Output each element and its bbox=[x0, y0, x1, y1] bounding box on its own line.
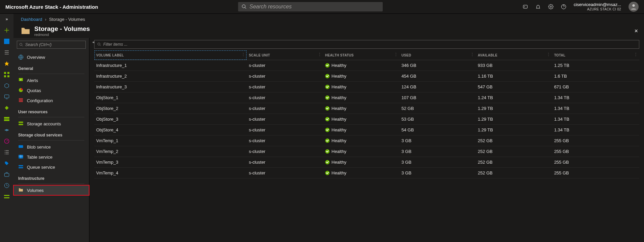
cell-volume-label: VmTemp_3 bbox=[94, 157, 247, 168]
table-service-icon bbox=[18, 154, 27, 160]
column-header-health[interactable]: HEALTH STATUS↑↓ bbox=[323, 50, 400, 60]
volumes-table: VOLUME LABEL↑↓ SCALE UNIT↑↓ HEALTH STATU… bbox=[94, 50, 639, 178]
svg-marker-13 bbox=[4, 61, 9, 66]
avatar[interactable] bbox=[629, 2, 639, 12]
search-icon bbox=[19, 43, 23, 47]
account-email: ciserviceadmin@msaz... bbox=[574, 2, 621, 7]
table-row[interactable]: ObjStore_1 s-cluster Healthy 107 GB 1.24… bbox=[94, 92, 639, 103]
collapse-chevrons-icon[interactable]: « bbox=[92, 40, 94, 44]
rail-apps-icon[interactable] bbox=[3, 71, 10, 78]
table-row[interactable]: ObjStore_4 s-cluster Healthy 54 GB 1.29 … bbox=[94, 125, 639, 135]
account-tenant: AZURE STACK CI 02 bbox=[574, 7, 621, 11]
account-menu[interactable]: ciserviceadmin@msaz... AZURE STACK CI 02 bbox=[574, 2, 621, 11]
blob-service-icon bbox=[18, 144, 27, 150]
healthy-icon bbox=[325, 63, 330, 68]
nav-search-input[interactable]: Search (Ctrl+/) bbox=[17, 41, 86, 49]
nav-group-label: General bbox=[13, 62, 89, 72]
svg-line-27 bbox=[7, 140, 8, 141]
cloud-shell-icon[interactable] bbox=[523, 4, 528, 9]
rail-meter-icon[interactable] bbox=[3, 138, 10, 145]
search-icon bbox=[97, 42, 101, 46]
notifications-icon[interactable] bbox=[535, 4, 541, 9]
svg-rect-48 bbox=[18, 145, 23, 148]
rail-diamond-icon[interactable] bbox=[3, 105, 10, 111]
rail-list-icon[interactable] bbox=[3, 49, 10, 56]
table-row[interactable]: VmTemp_2 s-cluster Healthy 3 GB 252 GB 2… bbox=[94, 146, 639, 157]
table-row[interactable]: ObjStore_3 s-cluster Healthy 53 GB 1.29 … bbox=[94, 114, 639, 125]
svg-point-6 bbox=[632, 4, 635, 7]
column-header-volume-label[interactable]: VOLUME LABEL↑↓ bbox=[94, 50, 247, 60]
cell-volume-label: ObjStore_1 bbox=[94, 92, 247, 103]
healthy-icon bbox=[325, 74, 330, 78]
healthy-icon bbox=[325, 171, 330, 175]
blade-title: Storage - Volumes bbox=[34, 25, 90, 33]
cell-total: 671 GB bbox=[552, 82, 639, 92]
rail-monitor-icon[interactable] bbox=[3, 93, 10, 100]
svg-line-39 bbox=[22, 45, 23, 46]
column-header-total[interactable]: TOTAL↑↓ bbox=[552, 50, 639, 60]
rail-dashboard-icon[interactable] bbox=[3, 38, 10, 45]
svg-rect-46 bbox=[18, 121, 23, 123]
svg-rect-52 bbox=[18, 165, 23, 166]
cell-health: Healthy bbox=[323, 135, 400, 146]
rail-list2-icon[interactable] bbox=[3, 149, 10, 156]
svg-point-38 bbox=[20, 43, 22, 46]
nav-item-volumes[interactable]: Volumes bbox=[13, 185, 89, 195]
column-header-scale-unit[interactable]: SCALE UNIT↑↓ bbox=[247, 50, 323, 60]
column-header-used[interactable]: USED↑↓ bbox=[400, 50, 476, 60]
nav-item-storage-accounts[interactable]: Storage accounts bbox=[13, 119, 89, 129]
rail-network-icon[interactable] bbox=[3, 127, 10, 133]
close-button[interactable]: × bbox=[634, 28, 641, 35]
table-row[interactable]: ObjStore_2 s-cluster Healthy 52 GB 1.29 … bbox=[94, 103, 639, 114]
cell-health: Healthy bbox=[323, 92, 400, 103]
rail-star-icon[interactable] bbox=[3, 60, 10, 67]
nav-item-configuration[interactable]: Configuration bbox=[13, 95, 89, 106]
main-blade: Filter items ... VOLUME LABEL↑↓ SCALE UN… bbox=[89, 38, 644, 242]
cell-available: 933 GB bbox=[476, 60, 552, 71]
help-icon[interactable] bbox=[561, 4, 566, 9]
column-header-available[interactable]: AVAILABLE↑↓ bbox=[476, 50, 552, 60]
nav-item-table-service[interactable]: Table service bbox=[13, 152, 89, 162]
search-icon bbox=[241, 4, 247, 9]
table-row[interactable]: VmTemp_4 s-cluster Healthy 3 GB 252 GB 2… bbox=[94, 168, 639, 178]
nav-item-label: Table service bbox=[27, 155, 52, 160]
settings-icon[interactable] bbox=[548, 4, 554, 9]
global-search-input[interactable]: Search resources bbox=[238, 2, 383, 11]
table-row[interactable]: VmTemp_1 s-cluster Healthy 3 GB 252 GB 2… bbox=[94, 135, 639, 146]
rail-briefcase-icon[interactable] bbox=[3, 171, 10, 178]
nav-item-quotas[interactable]: Quotas bbox=[13, 85, 89, 95]
rail-storage-icon[interactable] bbox=[3, 116, 10, 122]
rail-add-icon[interactable] bbox=[3, 27, 10, 34]
cell-used: 3 GB bbox=[400, 135, 476, 146]
svg-rect-43 bbox=[19, 98, 23, 99]
svg-rect-41 bbox=[19, 78, 23, 81]
svg-point-23 bbox=[6, 129, 7, 131]
table-row[interactable]: Infrastructure_1 s-cluster Healthy 346 G… bbox=[94, 60, 639, 71]
filter-input[interactable]: Filter items ... bbox=[94, 40, 639, 49]
nav-group-label: User resources bbox=[13, 106, 89, 116]
cell-available: 252 GB bbox=[476, 135, 552, 146]
svg-rect-14 bbox=[4, 72, 6, 74]
rail-tag-icon[interactable] bbox=[3, 160, 10, 167]
breadcrumb-root[interactable]: Dashboard bbox=[21, 17, 42, 22]
rail-cube-icon[interactable] bbox=[3, 82, 10, 89]
cell-used: 53 GB bbox=[400, 114, 476, 125]
rail-clock-icon[interactable] bbox=[3, 182, 10, 189]
nav-item-overview[interactable]: Overview bbox=[13, 52, 89, 62]
cell-volume-label: VmTemp_2 bbox=[94, 146, 247, 157]
cell-scale-unit: s-cluster bbox=[247, 125, 323, 135]
nav-item-blob-service[interactable]: Blob service bbox=[13, 142, 89, 152]
svg-rect-21 bbox=[4, 117, 9, 119]
cell-scale-unit: s-cluster bbox=[247, 157, 323, 168]
table-row[interactable]: Infrastructure_3 s-cluster Healthy 124 G… bbox=[94, 82, 639, 92]
cell-health: Healthy bbox=[323, 103, 400, 114]
table-row[interactable]: VmTemp_3 s-cluster Healthy 3 GB 252 GB 2… bbox=[94, 157, 639, 168]
nav-item-alerts[interactable]: Alerts bbox=[13, 75, 89, 85]
cell-available: 1.16 TB bbox=[476, 71, 552, 82]
cell-used: 124 GB bbox=[400, 82, 476, 92]
rail-lines-icon[interactable] bbox=[3, 193, 10, 200]
nav-item-queue-service[interactable]: Queue service bbox=[13, 162, 89, 172]
table-row[interactable]: Infrastructure_2 s-cluster Healthy 454 G… bbox=[94, 71, 639, 82]
cell-total: 1.34 TB bbox=[552, 92, 639, 103]
rail-expand-chevron[interactable]: » bbox=[3, 16, 10, 23]
